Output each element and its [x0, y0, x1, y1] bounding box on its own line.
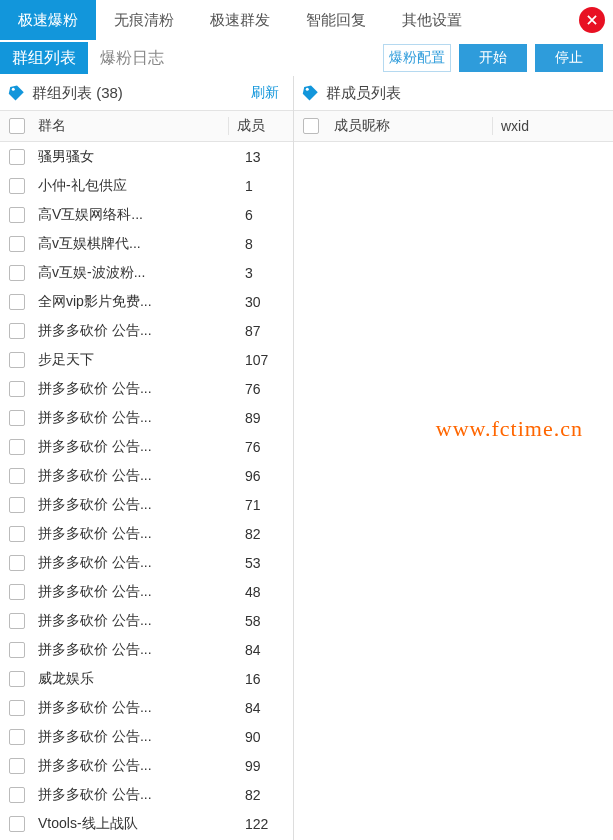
row-checkbox[interactable]: [9, 323, 25, 339]
stop-button[interactable]: 停止: [535, 44, 603, 72]
row-count: 8: [237, 236, 293, 252]
start-button[interactable]: 开始: [459, 44, 527, 72]
row-checkbox[interactable]: [9, 352, 25, 368]
row-checkbox[interactable]: [9, 729, 25, 745]
top-tab-2[interactable]: 极速群发: [192, 0, 288, 40]
row-checkbox[interactable]: [9, 526, 25, 542]
table-row[interactable]: 步足天下107: [0, 345, 293, 374]
content: 群组列表 (38) 刷新 群名 成员 骚男骚女13小仲-礼包供应1高V互娱网络科…: [0, 76, 613, 840]
group-list[interactable]: 骚男骚女13小仲-礼包供应1高V互娱网络科...6高v互娱棋牌代...8高v互娱…: [0, 142, 293, 840]
row-name: 高v互娱-波波粉...: [34, 264, 237, 282]
row-name: 拼多多砍价 公告...: [34, 641, 237, 659]
table-row[interactable]: 拼多多砍价 公告...84: [0, 635, 293, 664]
row-checkbox[interactable]: [9, 207, 25, 223]
row-count: 84: [237, 700, 293, 716]
table-row[interactable]: 骚男骚女13: [0, 142, 293, 171]
table-row[interactable]: 威龙娱乐16: [0, 664, 293, 693]
table-row[interactable]: 拼多多砍价 公告...99: [0, 751, 293, 780]
table-row[interactable]: 拼多多砍价 公告...84: [0, 693, 293, 722]
row-name: 拼多多砍价 公告...: [34, 496, 237, 514]
row-checkbox[interactable]: [9, 468, 25, 484]
refresh-link[interactable]: 刷新: [251, 84, 285, 102]
config-button[interactable]: 爆粉配置: [383, 44, 451, 72]
row-checkbox[interactable]: [9, 149, 25, 165]
table-row[interactable]: 拼多多砍价 公告...48: [0, 577, 293, 606]
row-name: 高v互娱棋牌代...: [34, 235, 237, 253]
row-checkbox[interactable]: [9, 700, 25, 716]
top-tab-0[interactable]: 极速爆粉: [0, 0, 96, 40]
left-title-row: 群组列表 (38) 刷新: [0, 76, 293, 110]
row-count: 76: [237, 439, 293, 455]
table-row[interactable]: 拼多多砍价 公告...76: [0, 432, 293, 461]
group-list-title: 群组列表 (38): [32, 84, 123, 103]
tag-icon: [8, 84, 26, 102]
member-list-title: 群成员列表: [326, 84, 401, 103]
table-row[interactable]: 拼多多砍价 公告...53: [0, 548, 293, 577]
table-row[interactable]: 拼多多砍价 公告...82: [0, 519, 293, 548]
row-checkbox[interactable]: [9, 381, 25, 397]
row-count: 89: [237, 410, 293, 426]
table-row[interactable]: 拼多多砍价 公告...87: [0, 316, 293, 345]
row-checkbox[interactable]: [9, 613, 25, 629]
svg-point-1: [306, 88, 309, 91]
table-row[interactable]: 高V互娱网络科...6: [0, 200, 293, 229]
row-name: 拼多多砍价 公告...: [34, 786, 237, 804]
row-checkbox[interactable]: [9, 671, 25, 687]
select-all-groups-checkbox[interactable]: [9, 118, 25, 134]
row-count: 99: [237, 758, 293, 774]
row-checkbox[interactable]: [9, 294, 25, 310]
table-row[interactable]: 小仲-礼包供应1: [0, 171, 293, 200]
row-count: 76: [237, 381, 293, 397]
col-member-nick[interactable]: 成员昵称: [328, 117, 493, 135]
row-count: 48: [237, 584, 293, 600]
row-checkbox[interactable]: [9, 584, 25, 600]
top-tab-4[interactable]: 其他设置: [384, 0, 480, 40]
row-name: 高V互娱网络科...: [34, 206, 237, 224]
table-row[interactable]: 拼多多砍价 公告...71: [0, 490, 293, 519]
row-checkbox[interactable]: [9, 642, 25, 658]
row-checkbox[interactable]: [9, 555, 25, 571]
table-row[interactable]: 拼多多砍价 公告...96: [0, 461, 293, 490]
table-row[interactable]: 拼多多砍价 公告...90: [0, 722, 293, 751]
col-member-count[interactable]: 成员: [229, 117, 293, 135]
table-row[interactable]: 高v互娱棋牌代...8: [0, 229, 293, 258]
row-checkbox[interactable]: [9, 497, 25, 513]
top-tab-1[interactable]: 无痕清粉: [96, 0, 192, 40]
row-count: 53: [237, 555, 293, 571]
row-checkbox[interactable]: [9, 236, 25, 252]
watermark: www.fctime.cn: [436, 416, 583, 442]
table-row[interactable]: 拼多多砍价 公告...58: [0, 606, 293, 635]
row-checkbox[interactable]: [9, 758, 25, 774]
row-checkbox[interactable]: [9, 439, 25, 455]
col-group-name[interactable]: 群名: [34, 117, 229, 135]
row-name: Vtools-线上战队: [34, 815, 237, 833]
select-all-members-checkbox[interactable]: [303, 118, 319, 134]
table-row[interactable]: 高v互娱-波波粉...3: [0, 258, 293, 287]
action-buttons: 爆粉配置 开始 停止: [383, 44, 613, 72]
sub-tab-0[interactable]: 群组列表: [0, 42, 88, 74]
row-checkbox[interactable]: [9, 178, 25, 194]
row-name: 步足天下: [34, 351, 237, 369]
row-checkbox[interactable]: [9, 410, 25, 426]
svg-point-0: [12, 88, 15, 91]
top-tab-3[interactable]: 智能回复: [288, 0, 384, 40]
row-count: 1: [237, 178, 293, 194]
row-count: 13: [237, 149, 293, 165]
table-row[interactable]: 全网vip影片免费...30: [0, 287, 293, 316]
row-name: 拼多多砍价 公告...: [34, 467, 237, 485]
row-count: 3: [237, 265, 293, 281]
tag-icon: [302, 84, 320, 102]
close-icon[interactable]: [579, 7, 605, 33]
row-count: 84: [237, 642, 293, 658]
table-row[interactable]: 拼多多砍价 公告...89: [0, 403, 293, 432]
col-wxid[interactable]: wxid: [493, 118, 613, 134]
table-row[interactable]: Vtools-线上战队122: [0, 809, 293, 838]
row-checkbox[interactable]: [9, 265, 25, 281]
row-checkbox[interactable]: [9, 787, 25, 803]
sub-tab-1[interactable]: 爆粉日志: [88, 42, 176, 74]
table-row[interactable]: 拼多多砍价 公告...76: [0, 374, 293, 403]
row-checkbox[interactable]: [9, 816, 25, 832]
table-row[interactable]: 拼多多砍价 公告...82: [0, 780, 293, 809]
left-pane: 群组列表 (38) 刷新 群名 成员 骚男骚女13小仲-礼包供应1高V互娱网络科…: [0, 76, 294, 840]
row-count: 6: [237, 207, 293, 223]
